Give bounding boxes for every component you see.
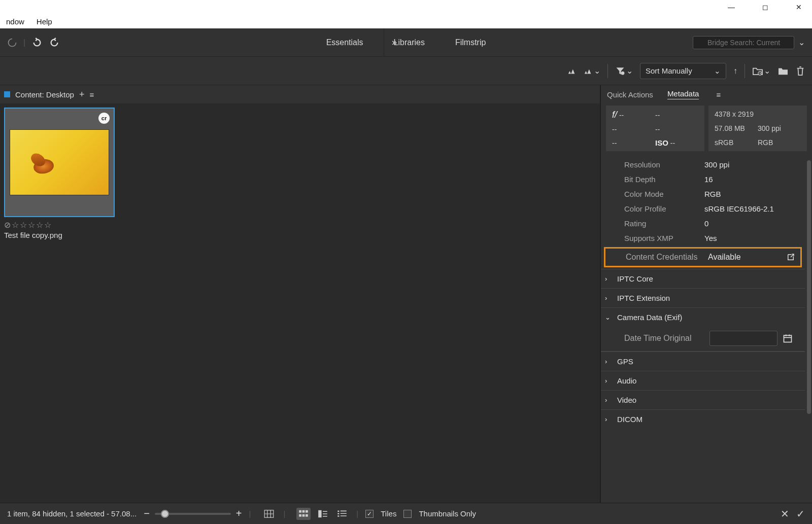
slider-knob[interactable] bbox=[161, 510, 169, 518]
undo-icon[interactable] bbox=[31, 37, 43, 48]
datetime-original-input[interactable] bbox=[709, 331, 777, 346]
svg-rect-2 bbox=[784, 335, 792, 342]
zoom-slider[interactable] bbox=[155, 513, 231, 515]
section-dicom[interactable]: › DICOM bbox=[601, 409, 805, 429]
exp-comp-value: -- bbox=[612, 125, 655, 133]
chevron-down-icon: ⌄ bbox=[605, 313, 612, 321]
scrollbar[interactable] bbox=[807, 160, 811, 414]
right-panel: Quick Actions Metadata ≡ f/ -- -- -- -- … bbox=[601, 85, 812, 503]
redo-icon[interactable] bbox=[49, 37, 60, 48]
sort-label: Sort Manually bbox=[646, 66, 692, 75]
datetime-original-label: Date Time Original bbox=[624, 334, 704, 343]
section-camera-data[interactable]: ⌄ Camera Data (Exif) bbox=[601, 307, 805, 327]
section-iptc-extension[interactable]: › IPTC Extension bbox=[601, 288, 805, 307]
view-grid-icon[interactable] bbox=[262, 508, 276, 520]
exif-camera-box: f/ -- -- -- -- -- ISO -- bbox=[606, 106, 704, 151]
sort-dropdown[interactable]: Sort Manually ⌄ bbox=[640, 63, 726, 79]
svg-rect-5 bbox=[302, 510, 305, 512]
top-toolbar: | Essentials Libraries Filmstrip » 🔍 ⌄ bbox=[0, 28, 812, 57]
tab-quick-actions[interactable]: Quick Actions bbox=[607, 90, 653, 99]
shutter-value: -- bbox=[655, 111, 698, 119]
thumbnail-large-icon[interactable]: ⌄ bbox=[584, 66, 600, 76]
star-icon[interactable]: ☆ bbox=[12, 220, 19, 230]
status-text: 1 item, 84 hidden, 1 selected - 57.08... bbox=[7, 509, 137, 518]
divider bbox=[384, 28, 384, 56]
boomerang-icon[interactable] bbox=[7, 38, 17, 48]
reject-icon[interactable]: ⊘ bbox=[4, 220, 11, 230]
star-icon[interactable]: ☆ bbox=[36, 220, 43, 230]
colorspace-value: sRGB bbox=[715, 138, 758, 147]
apply-icon[interactable]: ✓ bbox=[796, 508, 805, 520]
tab-metadata[interactable]: Metadata bbox=[667, 89, 699, 99]
content-indicator bbox=[4, 91, 10, 97]
dimensions-value: 4378 x 2919 bbox=[715, 110, 801, 118]
close-button[interactable]: ✕ bbox=[790, 1, 808, 13]
search-input[interactable] bbox=[693, 36, 794, 49]
recent-folder-icon[interactable]: ⌄ bbox=[752, 66, 770, 76]
meta-row-colormode: Color Mode RGB bbox=[624, 187, 805, 201]
separator bbox=[745, 64, 745, 78]
meta-row-rating: Rating 0 bbox=[624, 216, 805, 231]
secondary-toolbar: ⌄ ⌄ Sort Manually ⌄ ↑ ⌄ bbox=[0, 57, 812, 85]
wb-value: -- bbox=[612, 139, 655, 147]
search-dropdown-icon[interactable]: ⌄ bbox=[798, 38, 805, 47]
menu-help[interactable]: Help bbox=[31, 16, 57, 27]
meta-row-content-credentials[interactable]: Content Credentials Available bbox=[604, 247, 802, 267]
menu-window[interactable]: ndow bbox=[1, 16, 29, 27]
chevron-right-icon: › bbox=[605, 396, 612, 404]
zoom-out-icon[interactable]: − bbox=[144, 508, 150, 519]
section-iptc-core[interactable]: › IPTC Core bbox=[601, 269, 805, 288]
zoom-in-icon[interactable]: + bbox=[236, 508, 242, 519]
meta-row-colorprofile: Color Profile sRGB IEC61966-2.1 bbox=[624, 201, 805, 216]
colormode-value: RGB bbox=[758, 138, 801, 147]
thumbnails-only-checkbox[interactable] bbox=[403, 510, 412, 518]
minimize-button[interactable]: — bbox=[722, 1, 741, 13]
tab-filmstrip[interactable]: Filmstrip bbox=[455, 38, 486, 47]
add-content-icon[interactable]: + bbox=[79, 89, 85, 100]
svg-rect-12 bbox=[338, 513, 340, 514]
iso-label: ISO bbox=[655, 138, 668, 147]
content-title: Content: Desktop bbox=[15, 90, 74, 99]
filter-icon[interactable]: ⌄ bbox=[615, 66, 633, 76]
star-icon[interactable]: ☆ bbox=[28, 220, 35, 230]
view-details-icon[interactable] bbox=[316, 508, 330, 520]
rating-stars[interactable]: ⊘ ☆ ☆ ☆ ☆ ☆ bbox=[4, 220, 115, 230]
content-menu-icon[interactable]: ≡ bbox=[89, 90, 94, 99]
view-list-icon[interactable] bbox=[335, 508, 349, 520]
thumbnail-filename: Test file copy.png bbox=[4, 231, 115, 239]
svg-rect-11 bbox=[338, 510, 340, 511]
thumbnails-only-label: Thumbnails Only bbox=[419, 509, 476, 518]
tiles-checkbox[interactable] bbox=[365, 510, 374, 518]
panel-menu-icon[interactable]: ≡ bbox=[716, 90, 721, 99]
tab-libraries[interactable]: Libraries bbox=[394, 38, 425, 47]
trash-icon[interactable] bbox=[796, 66, 805, 76]
svg-point-0 bbox=[621, 71, 625, 75]
svg-rect-6 bbox=[306, 510, 308, 512]
exif-file-box: 4378 x 2919 57.08 MB 300 ppi sRGB RGB bbox=[708, 106, 807, 151]
section-audio[interactable]: › Audio bbox=[601, 371, 805, 390]
filesize-value: 57.08 MB bbox=[715, 124, 758, 132]
svg-rect-9 bbox=[306, 514, 308, 516]
star-icon[interactable]: ☆ bbox=[44, 220, 51, 230]
section-video[interactable]: › Video bbox=[601, 390, 805, 409]
thumbnail-small-icon[interactable] bbox=[567, 66, 577, 76]
external-link-icon[interactable] bbox=[786, 253, 795, 262]
calendar-icon[interactable] bbox=[783, 333, 793, 343]
view-thumbnails-icon[interactable] bbox=[296, 508, 311, 520]
content-body[interactable]: cr ⊘ ☆ ☆ ☆ ☆ ☆ Test file copy.png bbox=[0, 103, 600, 503]
meta-row-bitdepth: Bit Depth 16 bbox=[624, 172, 805, 187]
chevron-right-icon: › bbox=[605, 415, 612, 423]
section-gps[interactable]: › GPS bbox=[601, 352, 805, 371]
chevron-right-icon: › bbox=[605, 358, 612, 365]
star-icon[interactable]: ☆ bbox=[20, 220, 27, 230]
expand-workspace-icon[interactable]: » bbox=[392, 37, 397, 48]
thumbnail-item[interactable]: cr ⊘ ☆ ☆ ☆ ☆ ☆ Test file copy.png bbox=[4, 108, 115, 239]
cancel-icon[interactable]: ✕ bbox=[781, 508, 789, 520]
svg-rect-4 bbox=[299, 510, 302, 512]
status-bar: 1 item, 84 hidden, 1 selected - 57.08...… bbox=[0, 503, 812, 524]
chevron-right-icon: › bbox=[605, 377, 612, 385]
tab-essentials[interactable]: Essentials bbox=[326, 38, 363, 47]
maximize-button[interactable]: ◻ bbox=[756, 1, 774, 13]
open-folder-icon[interactable] bbox=[777, 66, 789, 76]
sort-ascending-icon[interactable]: ↑ bbox=[733, 66, 737, 76]
